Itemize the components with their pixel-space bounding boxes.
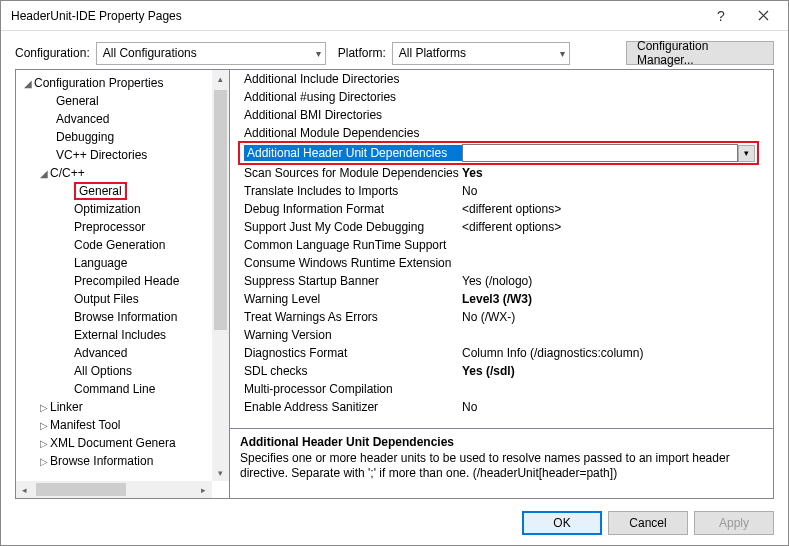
chevron-down-icon: ▾	[316, 48, 321, 59]
property-value: <different options>	[462, 202, 773, 216]
expand-icon: ▷	[38, 420, 50, 431]
config-bar: Configuration: All Configurations ▾ Plat…	[1, 31, 788, 73]
tree-item-manifest[interactable]: ▷Manifest Tool	[20, 416, 229, 434]
property-name: Translate Includes to Imports	[244, 184, 462, 198]
tree-item-ccpp-preprocessor[interactable]: Preprocessor	[20, 218, 229, 236]
property-name: Additional Module Dependencies	[244, 126, 462, 140]
tree-item-ccpp-general[interactable]: General	[20, 182, 229, 200]
property-row[interactable]: Additional BMI Directories	[230, 106, 773, 124]
close-button[interactable]	[742, 2, 784, 30]
property-row[interactable]: Warning Version	[230, 326, 773, 344]
property-value: No	[462, 184, 773, 198]
property-row[interactable]: Enable Address SanitizerNo	[230, 398, 773, 416]
platform-label: Platform:	[338, 46, 386, 60]
property-value: Column Info (/diagnostics:column)	[462, 346, 773, 360]
expand-icon: ▷	[38, 456, 50, 467]
property-name: Common Language RunTime Support	[244, 238, 462, 252]
property-value: <different options>	[462, 220, 773, 234]
property-row[interactable]: SDL checksYes (/sdl)	[230, 362, 773, 380]
expand-icon: ▷	[38, 438, 50, 449]
property-value: No	[462, 400, 773, 414]
platform-combo[interactable]: All Platforms ▾	[392, 42, 570, 65]
property-name: Additional BMI Directories	[244, 108, 462, 122]
configuration-label: Configuration:	[15, 46, 90, 60]
property-row[interactable]: Debug Information Format<different optio…	[230, 200, 773, 218]
property-name: SDL checks	[244, 364, 462, 378]
description-title: Additional Header Unit Dependencies	[240, 435, 763, 449]
collapse-icon: ◢	[22, 78, 34, 89]
property-row[interactable]: Consume Windows Runtime Extension	[230, 254, 773, 272]
configuration-combo[interactable]: All Configurations ▾	[96, 42, 326, 65]
property-name: Warning Level	[244, 292, 462, 306]
chevron-down-icon[interactable]: ▾	[738, 145, 755, 162]
property-row[interactable]: Common Language RunTime Support	[230, 236, 773, 254]
property-row[interactable]: Support Just My Code Debugging<different…	[230, 218, 773, 236]
tree-item-general[interactable]: General	[20, 92, 229, 110]
tree-item-ccpp-output[interactable]: Output Files	[20, 290, 229, 308]
help-button[interactable]: ?	[700, 2, 742, 30]
tree-item-ccpp-cmdline[interactable]: Command Line	[20, 380, 229, 398]
property-row[interactable]: Additional #using Directories	[230, 88, 773, 106]
tree-item-ccpp-browse[interactable]: Browse Information	[20, 308, 229, 326]
tree-item-ccpp-pch[interactable]: Precompiled Heade	[20, 272, 229, 290]
property-name: Treat Warnings As Errors	[244, 310, 462, 324]
property-name: Debug Information Format	[244, 202, 462, 216]
tree-item-xmldoc[interactable]: ▷XML Document Genera	[20, 434, 229, 452]
property-name: Multi-processor Compilation	[244, 382, 462, 396]
tree-scrollbar-horizontal[interactable]: ◂▸	[16, 481, 212, 498]
tree-item-vcpp-directories[interactable]: VC++ Directories	[20, 146, 229, 164]
collapse-icon: ◢	[38, 168, 50, 179]
property-row[interactable]: Translate Includes to ImportsNo	[230, 182, 773, 200]
tree-item-ccpp-alloptions[interactable]: All Options	[20, 362, 229, 380]
description-body: Specifies one or more header units to be…	[240, 451, 763, 481]
configuration-manager-button[interactable]: Configuration Manager...	[626, 41, 774, 65]
tree-item-ccpp-codegen[interactable]: Code Generation	[20, 236, 229, 254]
property-row[interactable]: Additional Header Unit Dependencies▾	[240, 143, 757, 163]
property-name: Enable Address Sanitizer	[244, 400, 462, 414]
expand-icon: ▷	[38, 402, 50, 413]
tree-item-browseinfo[interactable]: ▷Browse Information	[20, 452, 229, 470]
property-row[interactable]: Treat Warnings As ErrorsNo (/WX-)	[230, 308, 773, 326]
tree-item-ccpp-language[interactable]: Language	[20, 254, 229, 272]
platform-value: All Platforms	[399, 46, 466, 60]
property-row[interactable]: Scan Sources for Module DependenciesYes	[230, 164, 773, 182]
chevron-down-icon: ▾	[560, 48, 565, 59]
property-name: Warning Version	[244, 328, 462, 342]
tree-item-advanced[interactable]: Advanced	[20, 110, 229, 128]
tree-item-debugging[interactable]: Debugging	[20, 128, 229, 146]
property-name: Suppress Startup Banner	[244, 274, 462, 288]
dialog-buttons: OK Cancel Apply	[522, 511, 774, 535]
property-value: Yes (/sdl)	[462, 364, 773, 378]
tree-item-linker[interactable]: ▷Linker	[20, 398, 229, 416]
property-value: Yes (/nologo)	[462, 274, 773, 288]
tree-item-ccpp[interactable]: ◢C/C++	[20, 164, 229, 182]
property-value: Level3 (/W3)	[462, 292, 773, 306]
apply-button[interactable]: Apply	[694, 511, 774, 535]
property-row[interactable]: Diagnostics FormatColumn Info (/diagnost…	[230, 344, 773, 362]
description-panel: Additional Header Unit Dependencies Spec…	[230, 428, 773, 498]
property-row[interactable]: Additional Include Directories	[230, 70, 773, 88]
cancel-button[interactable]: Cancel	[608, 511, 688, 535]
property-name: Scan Sources for Module Dependencies	[244, 166, 462, 180]
tree-item-ccpp-external[interactable]: External Includes	[20, 326, 229, 344]
main-area: ◢Configuration Properties General Advanc…	[15, 69, 774, 499]
tree-item-ccpp-advanced[interactable]: Advanced	[20, 344, 229, 362]
property-row[interactable]: Warning LevelLevel3 (/W3)	[230, 290, 773, 308]
close-icon	[758, 10, 769, 21]
property-value	[462, 144, 738, 162]
property-row[interactable]: Additional Module Dependencies	[230, 124, 773, 142]
configuration-value: All Configurations	[103, 46, 197, 60]
property-grid: Additional Include DirectoriesAdditional…	[230, 70, 773, 428]
property-value: No (/WX-)	[462, 310, 773, 324]
property-name: Additional Include Directories	[244, 72, 462, 86]
property-row[interactable]: Multi-processor Compilation	[230, 380, 773, 398]
property-value: Yes	[462, 166, 773, 180]
property-name: Diagnostics Format	[244, 346, 462, 360]
ok-button[interactable]: OK	[522, 511, 602, 535]
property-name: Additional #using Directories	[244, 90, 462, 104]
tree-scrollbar-vertical[interactable]: ▴▾	[212, 70, 229, 481]
tree-item-ccpp-optimization[interactable]: Optimization	[20, 200, 229, 218]
property-row[interactable]: Suppress Startup BannerYes (/nologo)	[230, 272, 773, 290]
titlebar: HeaderUnit-IDE Property Pages ?	[1, 1, 788, 31]
tree-item-config-properties[interactable]: ◢Configuration Properties	[20, 74, 229, 92]
